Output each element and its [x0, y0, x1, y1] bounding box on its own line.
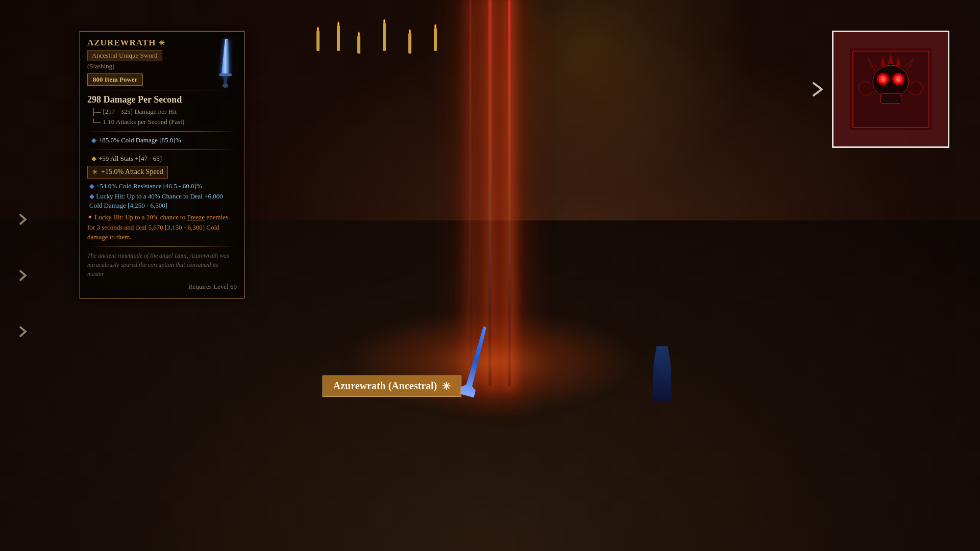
nav-arrow-middle[interactable] [15, 268, 31, 283]
item-name: AZUREWRATH ✳ [87, 38, 210, 48]
item-power-text: 800 Item Power [93, 76, 137, 83]
candle-4 [383, 23, 386, 51]
cold-resistance-text: +54.0% Cold Resistance [46.5 - 60.0]% [96, 182, 202, 190]
item-type-text: Ancestral Unique Sword [92, 52, 158, 59]
cold-damage-text: +85.0% Cold Damage [85.0]% [99, 136, 181, 145]
stat-damage-range: ├─ [217 - 325] Damage per Hit [87, 107, 237, 117]
requires-level-text: Requires Level 60 [188, 283, 237, 290]
svg-rect-1 [219, 73, 232, 76]
freeze-number: 5,670 [149, 223, 163, 231]
candles-area [392, 0, 784, 220]
stat-attack-speed-base: └─ 1.10 Attacks per Second (Fast) [87, 117, 237, 127]
item-type-box: Ancestral Unique Sword [87, 50, 162, 61]
flavor-text-content: The ancient runeblade of the angel Izual… [87, 252, 229, 278]
nav-arrow-right[interactable] [806, 79, 827, 99]
svg-point-15 [881, 77, 885, 82]
bullet-icon: ├─ [91, 108, 101, 117]
equipped-panel [832, 31, 949, 148]
all-stats-text: +59 All Stats +[47 - 65] [99, 154, 162, 163]
ground-label-symbol: ✳ [442, 380, 451, 392]
stat-attack-speed-box: ✳ +15.0% Attack Speed [87, 166, 168, 179]
freeze-word: Freeze [187, 213, 205, 221]
item-subtype-text: (Slashing) [87, 62, 114, 70]
svg-marker-0 [222, 39, 229, 79]
diamond-icon-2: ◆ [91, 154, 96, 163]
stat-cold-resistance: ◆ +54.0% Cold Resistance [46.5 - 60.0]% [87, 182, 237, 191]
candle-2 [337, 26, 340, 51]
stat-all-stats: ◆ +59 All Stats +[47 - 65] [87, 154, 237, 163]
divider-4 [87, 246, 237, 247]
character [648, 346, 676, 402]
divider-1 [87, 90, 237, 90]
card-title-area: AZUREWRATH ✳ Ancestral Unique Sword (Sla… [87, 38, 210, 86]
diamond-icon: ◆ [91, 136, 96, 145]
svg-rect-9 [882, 97, 886, 103]
attack-speed-text: 1.10 Attacks per Second (Fast) [103, 117, 184, 127]
nav-arrows-left [15, 212, 31, 339]
bullet-icon-2: └─ [91, 118, 101, 127]
candle-1 [316, 31, 320, 51]
freeze-range: [3,150 - 6,300] [165, 223, 205, 231]
candle-5 [408, 33, 411, 54]
ground-glow [343, 311, 637, 413]
requires-level: Requires Level 60 [87, 283, 237, 291]
item-subtype: (Slashing) [87, 62, 210, 70]
stat-cold-damage: ◆ +85.0% Cold Damage [85.0]% [87, 136, 237, 145]
svg-rect-12 [897, 97, 901, 103]
nav-arrow-bottom[interactable] [15, 324, 31, 339]
item-card: AZUREWRATH ✳ Ancestral Unique Sword (Sla… [79, 31, 245, 299]
diamond-icon-4: ◆ [89, 192, 96, 200]
item-power-box: 800 Item Power [87, 73, 143, 86]
dps-text: 298 Damage Per Second [87, 94, 182, 105]
svg-rect-10 [887, 97, 891, 103]
divider-3 [87, 149, 237, 150]
svg-rect-11 [892, 97, 896, 103]
star-icon: ✦ [87, 213, 94, 221]
stat-lucky-hit-freeze: ✦ Lucky Hit: Up to a 20% chance to Freez… [87, 212, 237, 242]
stat-lucky-hit-cold: ◆ Lucky Hit: Up to a 40% Chance to Deal … [87, 192, 237, 210]
flavor-text: The ancient runeblade of the angel Izual… [87, 251, 237, 279]
equipped-item-icon [850, 48, 932, 130]
sword-icon-card [214, 38, 237, 84]
divider-2 [87, 131, 237, 132]
damage-range-text: [217 - 325] Damage per Hit [103, 107, 177, 116]
ground-label-text: Azurewrath (Ancestral) [333, 380, 437, 392]
svg-point-3 [223, 84, 229, 88]
candle-3 [357, 36, 360, 54]
unique-symbol: ✳ [159, 39, 165, 47]
ground-item-label[interactable]: Azurewrath (Ancestral) ✳ [323, 375, 461, 397]
diamond-icon-3: ◆ [89, 182, 96, 190]
attack-speed-stat-text: +15.0% Attack Speed [101, 168, 163, 176]
box-star-icon: ✳ [92, 168, 98, 177]
candle-6 [434, 28, 437, 51]
dps-main: 298 Damage Per Second [87, 94, 237, 105]
lucky-hit-cold-text: Lucky Hit: Up to a 40% Chance to Deal +6… [89, 192, 223, 209]
svg-point-18 [896, 77, 900, 82]
card-header: AZUREWRATH ✳ Ancestral Unique Sword (Sla… [87, 38, 237, 86]
item-name-text: AZUREWRATH [87, 38, 156, 48]
nav-arrow-top[interactable] [15, 212, 31, 227]
